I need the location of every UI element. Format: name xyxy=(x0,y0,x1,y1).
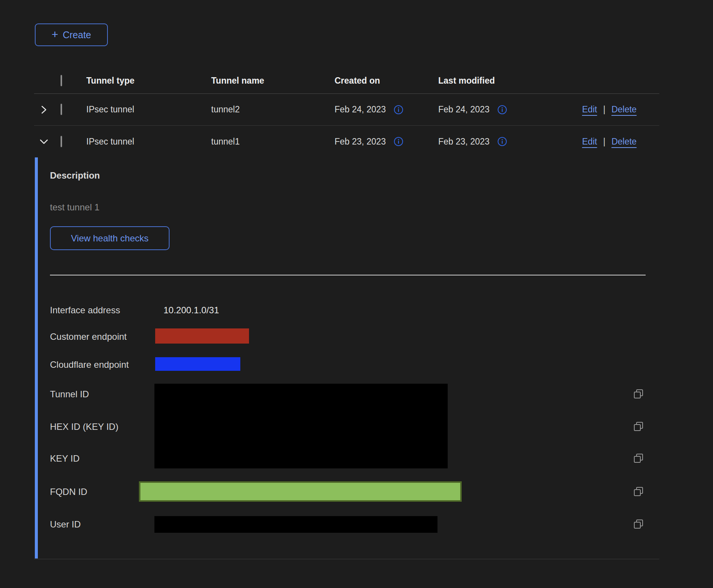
copy-icon xyxy=(633,486,644,497)
table-row: IPsec tunnel tunnel2 Feb 24, 2023 Feb 24… xyxy=(34,94,659,126)
expand-row-button[interactable] xyxy=(34,105,52,115)
tunnel-type-cell: IPsec tunnel xyxy=(86,104,211,115)
header-created-on: Created on xyxy=(335,76,438,86)
header-tunnel-type: Tunnel type xyxy=(86,76,211,86)
info-icon[interactable] xyxy=(497,105,507,115)
row-checkbox[interactable] xyxy=(61,136,62,147)
header-last-modified: Last modified xyxy=(438,76,548,86)
info-icon[interactable] xyxy=(497,137,507,146)
table-row: IPsec tunnel tunnel1 Feb 23, 2023 Feb 23… xyxy=(34,126,659,157)
user-id-label: User ID xyxy=(50,519,81,530)
copy-icon xyxy=(633,453,644,464)
table-header-row: Tunnel type Tunnel name Created on Last … xyxy=(34,68,659,94)
tunnel-name-cell: tunnel1 xyxy=(211,137,335,147)
interface-address-label: Interface address xyxy=(50,305,120,316)
last-modified-cell: Feb 23, 2023 xyxy=(438,137,490,147)
info-icon[interactable] xyxy=(394,105,403,115)
link-separator: | xyxy=(603,104,606,115)
tunnel-name-cell: tunnel2 xyxy=(211,104,335,115)
chevron-right-icon xyxy=(39,105,48,115)
description-value: test tunnel 1 xyxy=(50,202,100,213)
copy-tunnel-id-button[interactable] xyxy=(633,388,644,400)
tunnel-type-cell: IPsec tunnel xyxy=(86,137,211,147)
edit-link[interactable]: Edit xyxy=(582,137,597,147)
info-icon[interactable] xyxy=(394,137,403,146)
tunnels-table: Tunnel type Tunnel name Created on Last … xyxy=(34,68,659,157)
copy-user-id-button[interactable] xyxy=(633,518,644,530)
created-on-cell: Feb 24, 2023 xyxy=(335,104,386,115)
copy-fqdn-id-button[interactable] xyxy=(633,486,644,497)
customer-endpoint-redacted-value xyxy=(155,328,249,344)
description-label: Description xyxy=(50,170,100,181)
plus-icon: + xyxy=(51,29,58,40)
view-health-checks-button[interactable]: View health checks xyxy=(50,226,170,250)
link-separator: | xyxy=(603,137,606,147)
tunnel-id-label: Tunnel ID xyxy=(50,389,89,400)
cloudflare-endpoint-redacted-value xyxy=(155,357,240,371)
copy-icon xyxy=(633,518,644,530)
row-checkbox[interactable] xyxy=(61,104,62,115)
hex-id-label: HEX ID (KEY ID) xyxy=(50,422,118,432)
chevron-down-icon xyxy=(39,136,49,147)
last-modified-cell: Feb 24, 2023 xyxy=(438,104,490,115)
copy-key-id-button[interactable] xyxy=(633,453,644,464)
cloudflare-endpoint-label: Cloudflare endpoint xyxy=(50,359,129,370)
delete-link[interactable]: Delete xyxy=(612,104,637,115)
edit-link[interactable]: Edit xyxy=(582,104,597,115)
copy-icon xyxy=(633,421,644,432)
expanded-row-accent-bar xyxy=(35,157,38,558)
delete-link[interactable]: Delete xyxy=(612,137,637,147)
created-on-cell: Feb 23, 2023 xyxy=(335,137,386,147)
copy-icon xyxy=(633,388,644,400)
copy-hex-id-button[interactable] xyxy=(633,421,644,432)
section-divider xyxy=(50,275,646,275)
collapse-row-button[interactable] xyxy=(34,136,52,147)
key-id-label: KEY ID xyxy=(50,453,79,464)
ids-redacted-value xyxy=(154,384,448,468)
customer-endpoint-label: Customer endpoint xyxy=(50,331,127,342)
interface-address-value: 10.200.1.0/31 xyxy=(163,305,219,316)
fqdn-id-redacted-value xyxy=(139,481,462,502)
fqdn-id-label: FQDN ID xyxy=(50,487,87,497)
tunnels-page: + Create Tunnel type Tunnel name Created… xyxy=(0,0,713,588)
user-id-redacted-value xyxy=(154,516,437,533)
create-button[interactable]: + Create xyxy=(35,23,108,46)
create-button-label: Create xyxy=(63,30,91,40)
header-tunnel-name: Tunnel name xyxy=(211,76,335,86)
select-all-checkbox[interactable] xyxy=(61,75,62,86)
tunnel-details-panel: Description test tunnel 1 View health ch… xyxy=(34,157,659,559)
